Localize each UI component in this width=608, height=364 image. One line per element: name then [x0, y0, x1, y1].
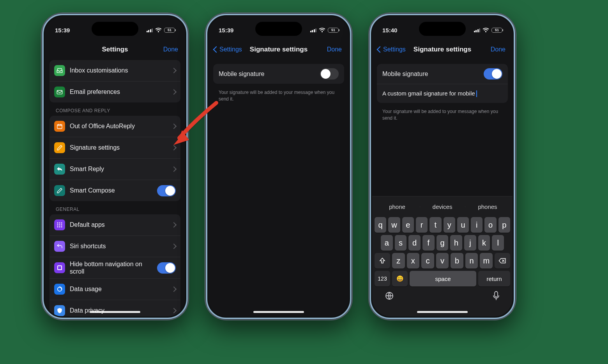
- row-email-preferences[interactable]: Email preferences: [49, 81, 180, 102]
- shield-icon: [54, 305, 65, 316]
- mobile-signature-toggle[interactable]: [320, 68, 339, 80]
- svg-point-8: [57, 226, 58, 228]
- screen-3: 15:40 51 Settings Signature settings Don…: [372, 16, 513, 316]
- cellular-icon: [310, 28, 317, 32]
- key-r[interactable]: r: [416, 217, 428, 233]
- key-f[interactable]: f: [422, 235, 435, 251]
- keyboard-bottom-row: [374, 288, 511, 301]
- done-button[interactable]: Done: [163, 46, 178, 53]
- chevron-right-icon: [171, 222, 177, 228]
- row-smart-compose[interactable]: Smart Compose: [49, 180, 180, 201]
- return-key[interactable]: return: [478, 271, 510, 286]
- svg-point-3: [59, 223, 60, 224]
- row-signature-settings[interactable]: Signature settings: [49, 137, 180, 158]
- data-icon: [54, 284, 65, 295]
- battery-icon: 51: [328, 28, 339, 33]
- row-out-of-office[interactable]: Out of Office AutoReply: [49, 116, 180, 137]
- suggestion-3[interactable]: phones: [465, 203, 510, 210]
- keyboard-row-3: z x c v b n m: [374, 252, 511, 270]
- mail-icon: [54, 87, 65, 97]
- status-time: 15:39: [55, 27, 70, 34]
- signature-text: A custom gmail signature for mobile: [382, 90, 475, 97]
- calendar-icon: [54, 121, 65, 132]
- svg-point-4: [61, 223, 62, 224]
- key-v[interactable]: v: [436, 253, 449, 269]
- back-button[interactable]: Settings: [214, 46, 242, 53]
- section-general: GENERAL: [56, 207, 174, 212]
- key-k[interactable]: k: [478, 235, 490, 251]
- mobile-signature-toggle[interactable]: [484, 68, 502, 80]
- settings-group-inbox: Inbox customisations Email preferences: [49, 60, 180, 102]
- key-z[interactable]: z: [392, 253, 405, 269]
- signature-input-row[interactable]: A custom gmail signature for mobile: [377, 84, 508, 103]
- mobile-signature-toggle-row[interactable]: Mobile signature: [377, 64, 508, 84]
- svg-point-6: [59, 224, 60, 226]
- done-button[interactable]: Done: [327, 46, 342, 53]
- key-i[interactable]: i: [471, 217, 483, 233]
- dynamic-island: [419, 22, 466, 36]
- key-y[interactable]: y: [444, 217, 455, 233]
- key-l[interactable]: l: [492, 235, 504, 251]
- row-data-privacy[interactable]: Data privacy: [49, 300, 180, 316]
- delete-key[interactable]: [495, 253, 510, 269]
- smart-compose-toggle[interactable]: [157, 185, 176, 196]
- key-o[interactable]: o: [484, 217, 496, 233]
- suggestion-1[interactable]: phone: [375, 203, 420, 210]
- svg-point-5: [57, 224, 58, 226]
- done-button[interactable]: Done: [491, 46, 505, 53]
- key-p[interactable]: p: [498, 217, 510, 233]
- row-data-usage[interactable]: Data usage: [49, 278, 180, 300]
- wifi-icon: [319, 28, 325, 33]
- mobile-signature-card: Mobile signature: [213, 64, 344, 84]
- numbers-key[interactable]: 123: [375, 271, 390, 286]
- back-button[interactable]: Settings: [378, 46, 406, 53]
- key-h[interactable]: h: [450, 235, 462, 251]
- dictation-key[interactable]: [492, 291, 500, 301]
- hide-nav-toggle[interactable]: [157, 262, 176, 274]
- emoji-key[interactable]: 😀: [392, 271, 408, 286]
- back-label: Settings: [219, 46, 242, 53]
- space-key[interactable]: space: [410, 271, 476, 286]
- key-c[interactable]: c: [421, 253, 434, 269]
- home-indicator[interactable]: [417, 311, 468, 313]
- key-m[interactable]: m: [480, 253, 493, 269]
- key-j[interactable]: j: [464, 235, 476, 251]
- chevron-right-icon: [171, 244, 177, 249]
- row-label: Email preferences: [70, 88, 167, 95]
- keyboard-row-1: q w e r t y u i o p: [374, 216, 511, 234]
- key-w[interactable]: w: [388, 217, 400, 233]
- chevron-right-icon: [171, 166, 177, 172]
- key-d[interactable]: d: [408, 235, 421, 251]
- home-indicator[interactable]: [253, 311, 304, 313]
- home-indicator[interactable]: [90, 311, 140, 313]
- row-default-apps[interactable]: Default apps: [49, 214, 180, 235]
- mobile-signature-toggle-row[interactable]: Mobile signature: [213, 64, 344, 84]
- row-label: Data usage: [70, 285, 167, 293]
- chevron-left-icon: [377, 46, 384, 53]
- key-a[interactable]: a: [381, 235, 393, 251]
- row-label: Smart Compose: [70, 187, 152, 194]
- key-q[interactable]: q: [375, 217, 386, 233]
- globe-key[interactable]: [385, 291, 394, 300]
- row-hide-bottom-nav[interactable]: Hide bottom navigation on scroll: [49, 257, 180, 278]
- signature-navbar: Settings Signature settings Done: [372, 41, 513, 58]
- row-siri-shortcuts[interactable]: Siri shortcuts: [49, 235, 180, 257]
- key-b[interactable]: b: [451, 253, 463, 269]
- signature-input[interactable]: A custom gmail signature for mobile: [382, 90, 477, 97]
- chevron-right-icon: [171, 124, 177, 129]
- svg-rect-15: [495, 292, 498, 297]
- key-g[interactable]: g: [437, 235, 449, 251]
- screen-2: 15:39 51 Settings Signature settings Don…: [209, 16, 349, 316]
- suggestion-2[interactable]: devices: [420, 203, 465, 210]
- key-e[interactable]: e: [402, 217, 414, 233]
- shift-key[interactable]: [375, 253, 390, 269]
- key-s[interactable]: s: [395, 235, 407, 251]
- grid-icon: [54, 219, 65, 230]
- key-u[interactable]: u: [457, 217, 469, 233]
- row-inbox-customisations[interactable]: Inbox customisations: [49, 60, 180, 81]
- key-t[interactable]: t: [429, 217, 441, 233]
- key-n[interactable]: n: [465, 253, 478, 269]
- key-x[interactable]: x: [407, 253, 420, 269]
- keyboard-suggestions: phone devices phones: [374, 199, 511, 216]
- row-smart-reply[interactable]: Smart Reply: [49, 158, 180, 180]
